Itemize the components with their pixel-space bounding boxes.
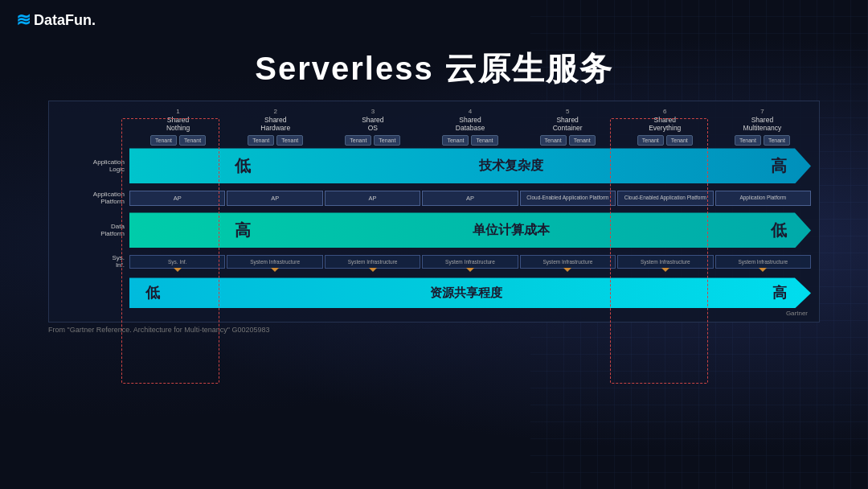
sys-cell-5: System Infrastructure [520, 255, 616, 269]
tenant-badge: Tenant [764, 135, 790, 146]
tenant-cell-7: Tenant Tenant [714, 135, 811, 146]
share-row: 低 资源共享程度 高 [57, 277, 811, 308]
ap-cell-5: Cloud-Enabled Application Platform [520, 191, 616, 206]
tenant-badge: Tenant [540, 135, 567, 146]
sys-cell-3: System Infrastructure [325, 255, 420, 269]
diagram-wrapper: 1 Shared Nothing 2 Shared Hardware 3 [48, 101, 820, 323]
sys-cells: Sys. Inf. System Infrastructure System I… [129, 255, 811, 269]
col-header-2: 2 Shared Hardware [227, 108, 324, 132]
ap-cell-4: AP [422, 191, 518, 206]
unit-cost-banner: DP 高 单位计算成本 低 [129, 212, 811, 248]
col-header-1: 1 Shared Nothing [129, 108, 227, 132]
tenant-cell-5: Tenant Tenant [519, 135, 616, 146]
arrow-banner-cost: 高 单位计算成本 低 [129, 212, 811, 248]
tenant-cell-2: Tenant Tenant [227, 135, 324, 146]
col-header-6: 6 Shared Everything [616, 108, 714, 132]
logo-icon: ≋ [16, 10, 31, 31]
tenant-cell-1: Tenant Tenant [129, 135, 227, 146]
tenant-cell-3: Tenant Tenant [324, 135, 421, 146]
col-header-7: 7 Shared Multitenancy [714, 108, 811, 132]
sys-row: Sys. Inf. Sys. Inf. System Infrastructur… [57, 250, 811, 273]
tech-complexity-arrow: 低 技术复杂度 高 [129, 148, 811, 183]
tenant-badge: Tenant [471, 135, 497, 146]
share-banner: 低 资源共享程度 高 [129, 277, 811, 308]
share-arrow: 低 资源共享程度 高 [129, 277, 811, 308]
tenant-badge: Tenant [666, 135, 693, 146]
dp-row: Data Platform DP 高 单位计算成本 低 [57, 212, 811, 248]
gartner-label: Gartner [57, 310, 811, 317]
tenant-badge: Tenant [345, 135, 371, 146]
ap-cell-7: Application Platform [715, 191, 811, 206]
sys-label: Sys. Inf. [57, 254, 129, 269]
sys-cell-4: System Infrastructure [422, 255, 518, 269]
tenant-row: Tenant Tenant Tenant Tenant Tenant Tenan… [57, 135, 811, 146]
col-header-3: 3 Shared OS [324, 108, 421, 132]
tenant-badge: Tenant [276, 135, 303, 146]
ap-cell-2: AP [227, 191, 322, 206]
app-logic-label: Application Logic [57, 158, 129, 173]
logo: ≋ DataFun. [16, 10, 96, 31]
ap-cell-6: Cloud-Enabled Application Platform [617, 191, 713, 206]
ap-row: Application Platform AP AP AP AP Cloud-E… [57, 186, 811, 210]
tenant-badge: Tenant [637, 135, 664, 146]
footer-note: From "Gartner Reference. Architecture fo… [48, 326, 820, 334]
sys-cell-1: Sys. Inf. [129, 255, 225, 269]
app-logic-row: Application Logic App. 低 技术复杂度 高 [57, 148, 811, 183]
tech-complexity-banner: App. 低 技术复杂度 高 [129, 148, 811, 183]
cost-arrow: 高 单位计算成本 低 [129, 212, 811, 248]
diagram-container: 1 Shared Nothing 2 Shared Hardware 3 [48, 101, 820, 323]
logo-text: DataFun. [34, 12, 96, 29]
column-headers: 1 Shared Nothing 2 Shared Hardware 3 [57, 108, 811, 132]
dp-label: Data Platform [57, 223, 129, 237]
tenant-badge: Tenant [179, 135, 206, 146]
header: ≋ DataFun. [0, 0, 868, 40]
sys-cell-2: System Infrastructure [227, 255, 322, 269]
sys-cell-7: System Infrastructure [715, 255, 811, 269]
sys-cell-6: System Infrastructure [617, 255, 713, 269]
ap-cells: AP AP AP AP Cloud-Enabled Application Pl… [129, 191, 811, 206]
tenant-badge: Tenant [735, 135, 761, 146]
tenant-badge: Tenant [374, 135, 400, 146]
ap-cell-3: AP [325, 191, 420, 206]
tenant-cell-4: Tenant Tenant [421, 135, 518, 146]
tenant-badge: Tenant [442, 135, 469, 146]
tenant-badge: Tenant [150, 135, 177, 146]
ap-label: Application Platform [57, 191, 129, 205]
tenant-cell-6: Tenant Tenant [616, 135, 714, 146]
arrow-banner-tech: 低 技术复杂度 高 [129, 148, 811, 183]
ap-cell-1: AP [129, 191, 225, 206]
page-title: Serverless 云原生服务 [255, 47, 613, 91]
tenant-badge: Tenant [248, 135, 274, 146]
col-header-4: 4 Shared Database [421, 108, 518, 132]
col-header-5: 5 Shared Container [519, 108, 616, 132]
tenant-badge: Tenant [569, 135, 596, 146]
